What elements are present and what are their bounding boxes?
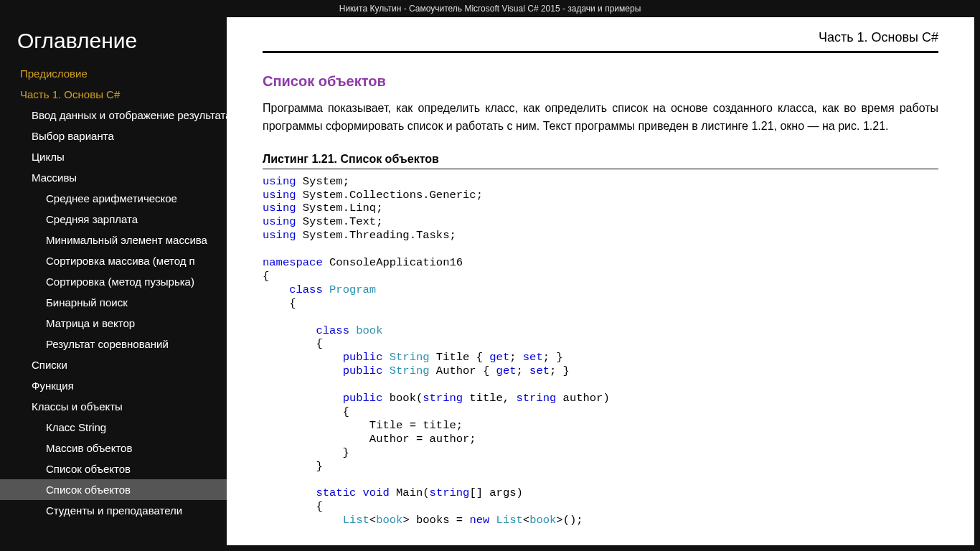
toc-item[interactable]: Студенты и преподаватели xyxy=(0,500,227,521)
toc-item[interactable]: Сортировка (метод пузырька) xyxy=(0,271,227,292)
code-listing: using System; using System.Collections.G… xyxy=(263,175,938,528)
main-area: Оглавление ПредисловиеЧасть 1. Основы C#… xyxy=(0,17,980,551)
toc-item[interactable]: Списки xyxy=(0,354,227,375)
toc-item[interactable]: Массив объектов xyxy=(0,438,227,458)
content-wrap: Часть 1. Основы C# Список объектов Прогр… xyxy=(227,17,980,551)
section-paragraph: Программа показывает, как определить кла… xyxy=(263,100,938,136)
toc-item[interactable]: Сортировка массива (метод п xyxy=(0,250,227,271)
toc-item[interactable]: Ввод данных и отображение результата xyxy=(0,105,227,126)
window-title: Никита Культин - Самоучитель Microsoft V… xyxy=(0,0,980,17)
toc-item[interactable]: Циклы xyxy=(0,146,227,167)
table-of-contents: ПредисловиеЧасть 1. Основы C#Ввод данных… xyxy=(0,63,227,521)
sidebar: Оглавление ПредисловиеЧасть 1. Основы C#… xyxy=(0,17,227,551)
content-page: Часть 1. Основы C# Список объектов Прогр… xyxy=(227,17,974,545)
toc-item[interactable]: Результат соревнований xyxy=(0,334,227,354)
sidebar-heading: Оглавление xyxy=(0,29,227,63)
toc-item[interactable]: Часть 1. Основы C# xyxy=(0,84,227,105)
toc-item[interactable]: Средняя зарплата xyxy=(0,209,227,230)
toc-item[interactable]: Бинарный поиск xyxy=(0,292,227,313)
toc-item[interactable]: Матрица и вектор xyxy=(0,313,227,334)
toc-item[interactable]: Выбор варианта xyxy=(0,126,227,146)
toc-item[interactable]: Классы и объекты xyxy=(0,396,227,417)
listing-title: Листинг 1.21. Список объектов xyxy=(263,153,938,169)
toc-item[interactable]: Функция xyxy=(0,375,227,396)
toc-item[interactable]: Массивы xyxy=(0,167,227,188)
toc-item[interactable]: Среднее арифметическое xyxy=(0,188,227,209)
divider xyxy=(263,51,938,53)
toc-item[interactable]: Минимальный элемент массива xyxy=(0,230,227,250)
toc-item[interactable]: Класс String xyxy=(0,417,227,438)
chapter-header: Часть 1. Основы C# xyxy=(263,30,938,51)
toc-item[interactable]: Список объектов xyxy=(0,458,227,479)
toc-item[interactable]: Список объектов xyxy=(0,479,227,500)
toc-item[interactable]: Предисловие xyxy=(0,63,227,84)
section-title: Список объектов xyxy=(263,73,938,90)
